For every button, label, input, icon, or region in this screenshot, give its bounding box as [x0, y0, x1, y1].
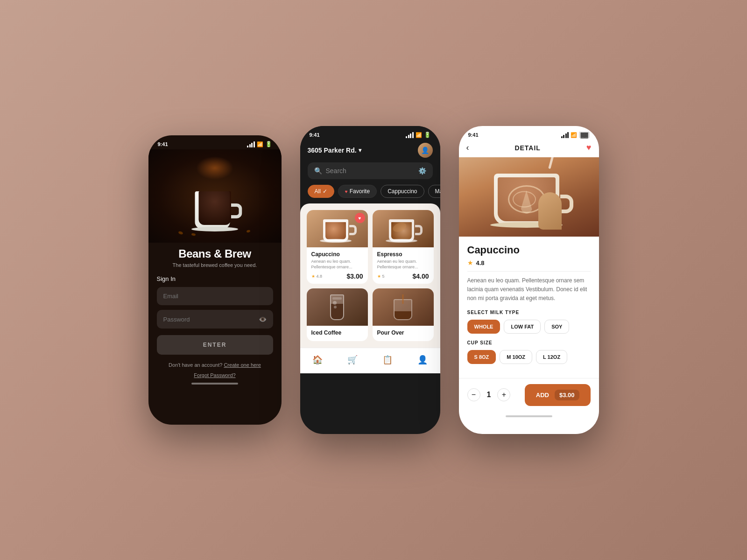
option-size-l[interactable]: L 12OZ — [536, 350, 567, 364]
tab-all-label: All — [315, 188, 321, 195]
rating-espresso: ★ 5 — [377, 274, 385, 279]
tab-cappuccino[interactable]: Cappuccino — [381, 185, 424, 198]
option-whole[interactable]: WHOLE — [467, 320, 500, 334]
status-bar-detail: 9:41 📶 ▓▓ — [459, 126, 599, 140]
product-card-cappuccino[interactable]: ♥ Capuccino Aenean eu leo quam. Pellente… — [307, 210, 368, 284]
filter-icon: ⚙️ — [418, 167, 426, 175]
product-desc-espresso: Aenean eu leo quam. Pellentesque ornare.… — [377, 259, 429, 270]
status-bar-browse: 9:41 📶 🔋 — [300, 126, 440, 140]
add-to-cart-bar: − 1 + ADD $3.00 — [459, 378, 599, 412]
battery-icon: 🔋 — [424, 132, 431, 138]
product-image-iced — [307, 288, 368, 326]
tab-macchiato-label: Macc... — [435, 188, 440, 195]
avatar[interactable]: 👤 — [418, 143, 433, 158]
rating-value: 5 — [382, 274, 385, 279]
star-icon: ★ — [377, 274, 381, 279]
detail-screen: 9:41 📶 ▓▓ ‹ DETAIL ♥ — [459, 126, 599, 434]
tab-favorite[interactable]: ♥ Favorite — [338, 185, 377, 198]
option-soy[interactable]: SOY — [544, 320, 569, 334]
email-field-wrapper[interactable] — [157, 287, 273, 305]
detail-rating: ★ 4.8 — [467, 259, 591, 266]
cup-size-options: S 8OZ M 10OZ L 12OZ — [467, 350, 591, 364]
product-card-espresso[interactable]: Espresso Aenean eu leo quam. Pellentesqu… — [373, 210, 434, 284]
back-button[interactable]: ‹ — [466, 143, 469, 153]
product-name-pour: Pour Over — [377, 329, 429, 336]
decrease-quantity-button[interactable]: − — [467, 388, 480, 401]
sign-in-label: Sign In — [157, 275, 273, 282]
chevron-down-icon: ▾ — [359, 147, 361, 154]
filter-button[interactable]: ⚙️ — [418, 167, 426, 175]
search-placeholder: Search — [326, 167, 346, 175]
product-meta-espresso: ★ 5 $4.00 — [377, 273, 429, 280]
detail-title: DETAIL — [514, 144, 541, 152]
option-low-fat[interactable]: LOW FAT — [504, 320, 541, 334]
status-icons: 📶 🔋 — [406, 132, 431, 138]
nav-home[interactable]: 🏠 — [307, 353, 328, 367]
bottom-nav: 🏠 🛒 📋 👤 — [300, 348, 440, 373]
toggle-password-icon[interactable]: 👁️ — [259, 315, 267, 323]
rating-value: 4.8 — [317, 274, 323, 279]
location-bar: 3605 Parker Rd. ▾ 👤 — [300, 140, 440, 162]
signal-icon — [406, 132, 414, 138]
browse-screen: 9:41 📶 🔋 3605 Parker Rd. ▾ 👤 🔍 Search — [300, 126, 440, 434]
browse-content: ♥ Capuccino Aenean eu leo quam. Pellente… — [300, 203, 440, 348]
hero-image — [148, 149, 282, 243]
app-info: Beans & Brew The tasteful brewed coffee … — [148, 243, 282, 275]
add-label: ADD — [536, 392, 549, 399]
status-icons: 📶 ▓▓ — [561, 132, 590, 138]
divider — [467, 271, 591, 272]
price-cappuccino: $3.00 — [346, 273, 363, 280]
app-subtitle: The tasteful brewed coffee you need. — [160, 262, 270, 268]
favorite-badge-cappuccino[interactable]: ♥ — [355, 213, 365, 223]
product-info-cappuccino: Capuccino Aenean eu leo quam. Pellentesq… — [307, 247, 368, 284]
location-selector[interactable]: 3605 Parker Rd. ▾ — [308, 147, 361, 154]
status-bar-login: 9:41 📶 🔋 — [148, 135, 282, 149]
star-icon: ★ — [311, 274, 315, 279]
login-form: Sign In 👁️ ENTER — [148, 275, 282, 355]
option-size-s[interactable]: S 8OZ — [467, 350, 496, 364]
category-tabs: All ✓ ♥ Favorite Cappuccino Macc... — [300, 185, 440, 203]
signal-icon — [247, 141, 255, 147]
add-to-cart-button[interactable]: ADD $3.00 — [525, 384, 591, 406]
nav-profile[interactable]: 👤 — [412, 353, 433, 367]
time-label: 9:41 — [158, 141, 168, 147]
nav-orders[interactable]: 📋 — [377, 353, 398, 367]
tab-all[interactable]: All ✓ — [308, 185, 334, 198]
email-input[interactable] — [163, 293, 267, 300]
product-info-pour: Pour Over — [373, 326, 434, 341]
product-card-pour[interactable]: Pour Over — [373, 288, 434, 341]
product-card-iced[interactable]: Iced Coffee — [307, 288, 368, 341]
option-size-m[interactable]: M 10OZ — [500, 350, 532, 364]
password-field-wrapper[interactable]: 👁️ — [157, 310, 273, 329]
profile-icon: 👤 — [417, 355, 428, 365]
increase-quantity-button[interactable]: + — [497, 388, 510, 401]
detail-header: ‹ DETAIL ♥ — [459, 140, 599, 157]
product-name-espresso: Espresso — [377, 251, 429, 258]
battery-icon: ▓▓ — [579, 132, 589, 138]
quantity-display: 1 — [487, 391, 491, 399]
wifi-icon: 📶 — [257, 141, 263, 147]
search-bar[interactable]: 🔍 Search ⚙️ — [308, 162, 433, 179]
product-image-espresso — [373, 210, 434, 247]
product-image-cappuccino: ♥ — [307, 210, 368, 247]
password-input[interactable] — [163, 316, 259, 323]
detail-body: Capuccino ★ 4.8 Aenean eu leo quam. Pell… — [459, 237, 599, 378]
tab-macchiato[interactable]: Macc... — [428, 185, 440, 198]
detail-hero-image — [459, 157, 599, 237]
heart-icon: ♥ — [345, 189, 348, 194]
product-info-iced: Iced Coffee — [307, 326, 368, 341]
login-links: Don't have an account? Create one here F… — [148, 355, 282, 379]
quantity-control: − 1 + — [467, 388, 511, 401]
create-account-link[interactable]: Create one here — [224, 362, 261, 368]
home-icon: 🏠 — [312, 355, 323, 365]
favorite-button[interactable]: ♥ — [586, 143, 592, 153]
wifi-icon: 📶 — [571, 132, 577, 138]
product-info-espresso: Espresso Aenean eu leo quam. Pellentesqu… — [373, 247, 434, 284]
forgot-password-link[interactable]: Forgot Password? — [194, 372, 235, 378]
home-indicator — [148, 379, 282, 386]
product-meta-cappuccino: ★ 4.8 $3.00 — [311, 273, 363, 280]
home-indicator — [459, 412, 599, 419]
enter-button[interactable]: ENTER — [157, 335, 273, 355]
cart-icon: 🛒 — [347, 355, 358, 365]
nav-cart[interactable]: 🛒 — [342, 353, 363, 367]
